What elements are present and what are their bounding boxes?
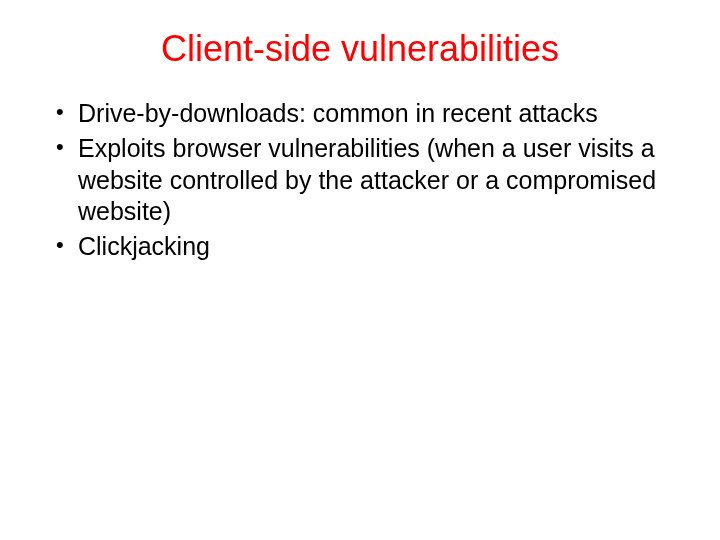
slide-title: Client-side vulnerabilities [40,28,680,70]
list-item: Clickjacking [56,231,680,262]
list-item: Drive-by-downloads: common in recent att… [56,98,680,129]
list-item: Exploits browser vulnerabilities (when a… [56,133,680,227]
bullet-list: Drive-by-downloads: common in recent att… [40,98,680,262]
slide: Client-side vulnerabilities Drive-by-dow… [0,0,720,540]
